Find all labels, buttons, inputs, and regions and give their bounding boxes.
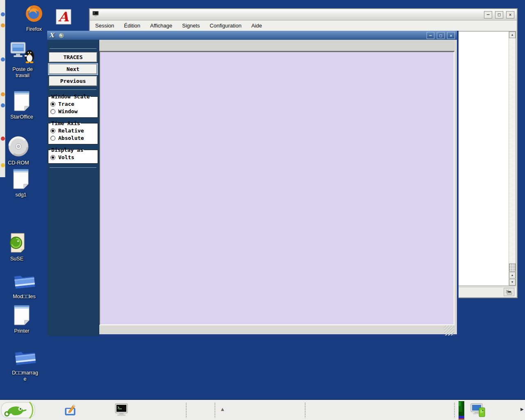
radio-label: Window	[58, 108, 78, 114]
desktop-icon-label: sdg1	[15, 192, 26, 198]
maximize-button[interactable]: □	[437, 32, 445, 39]
desktop-icon-demarrage[interactable]: D□□marrage	[9, 348, 41, 383]
desktop-icon-firefox[interactable]: Firefox	[18, 2, 50, 32]
printer-icon	[11, 304, 32, 327]
radio-label: Trace	[58, 101, 74, 107]
radio-volts[interactable]: Volts	[50, 154, 96, 160]
terminal-scrollbar[interactable]: ▲ ▲ ▼	[509, 32, 516, 285]
desktop-icon-printer[interactable]: Printer	[6, 304, 38, 334]
pql-bottom-strip	[99, 325, 454, 336]
scroll-up-icon[interactable]: ▲	[509, 272, 516, 278]
suse-icon	[6, 232, 27, 255]
sdg1-icon	[11, 168, 31, 191]
desktop-icon-label: Poste de travail	[7, 66, 38, 79]
panel-icon[interactable]	[1, 103, 5, 107]
desktop-icon-modeles[interactable]: Mod□□les	[8, 272, 40, 300]
staroffice-icon	[11, 90, 32, 113]
terminal-launcher-icon[interactable]	[114, 403, 129, 419]
group-display-as: Display asVolts	[48, 147, 98, 164]
desktop-icon-cd-rom[interactable]: CD-ROM	[2, 135, 34, 166]
traces-button[interactable]: TRACES	[49, 52, 97, 62]
group-title: Display as	[50, 147, 84, 153]
radio-window[interactable]: Window	[50, 108, 96, 114]
desktop-pager	[308, 402, 330, 420]
scroll-down-icon[interactable]: ▼	[509, 279, 516, 285]
panel-icon[interactable]	[1, 57, 5, 62]
group-title: Time Axis	[50, 120, 81, 126]
radio-button-icon[interactable]	[50, 109, 55, 114]
suse-menu-button[interactable]	[1, 401, 39, 420]
next-button[interactable]: Next	[49, 64, 97, 74]
applet-handle[interactable]	[214, 402, 216, 418]
radio-button-icon[interactable]	[50, 136, 55, 141]
desktop-icon-label: Printer	[14, 328, 30, 334]
suse-watcher-icon[interactable]	[470, 402, 486, 420]
acrobat-reader-icon: A	[55, 8, 72, 27]
applet-handle[interactable]	[454, 402, 456, 418]
pql-sidebar: TRACESNextPreviousWindow ScaleTraceWindo…	[47, 40, 99, 336]
desktop-icon-label: D□□marrage	[11, 370, 39, 383]
panel-icon[interactable]	[1, 92, 5, 96]
applet-handle[interactable]	[185, 402, 187, 418]
konsole-menubar: SessionÉditionAffichageSignetsConfigurat…	[90, 21, 517, 31]
scroll-up-icon[interactable]: ▲	[509, 32, 516, 38]
desktop-icon-acrobat-reader[interactable]: A	[48, 8, 80, 27]
trace-plot[interactable]	[99, 51, 454, 325]
radio-trace[interactable]: Trace	[50, 101, 96, 107]
menu-item-configuration[interactable]: Configuration	[210, 23, 241, 29]
menu-item-session[interactable]: Session	[95, 23, 114, 29]
scroll-grip[interactable]	[509, 263, 516, 272]
group-window-scale: Window ScaleTraceWindow	[48, 94, 98, 118]
separator	[50, 89, 96, 90]
radio-button-icon[interactable]	[50, 102, 55, 107]
desktop-icon-label: Mod□□les	[13, 294, 35, 300]
resize-grip-icon[interactable]	[444, 326, 454, 336]
pql-tabbar	[99, 40, 454, 51]
panel-arrow-icon[interactable]: ▶	[520, 407, 524, 411]
group-time-axis: Time AxisRelativeAbsolute	[48, 120, 98, 144]
radio-label: Volts	[58, 154, 74, 160]
taskbar: ▲ ▶	[0, 400, 525, 420]
separator	[50, 167, 96, 168]
radio-absolute[interactable]: Absolute	[50, 135, 96, 141]
desktop-icon-label: CD-ROM	[8, 160, 29, 166]
firefox-icon	[23, 2, 45, 25]
menu-item-affichage[interactable]: Affichage	[150, 23, 172, 29]
notes-icon[interactable]	[64, 403, 78, 419]
x11-icon: X	[49, 32, 54, 39]
close-button[interactable]: ✕	[447, 32, 455, 39]
previous-button[interactable]: Previous	[49, 76, 97, 86]
menu-item-dition[interactable]: Édition	[124, 23, 140, 29]
maximize-button[interactable]: □	[495, 11, 503, 18]
desktop-icon-label: StarOffice	[10, 114, 33, 120]
desktop-icon-sdg1[interactable]: sdg1	[5, 168, 37, 198]
gecko-icon	[59, 33, 64, 38]
radio-button-icon[interactable]	[50, 128, 55, 133]
close-button[interactable]: ✕	[506, 11, 514, 18]
group-title: Window Scale	[50, 94, 91, 100]
pql-title	[57, 32, 424, 39]
panel-icon[interactable]	[1, 12, 5, 16]
desktop-icon-staroffice[interactable]: StarOffice	[6, 90, 38, 120]
applet-handle[interactable]	[304, 402, 306, 418]
minimize-button[interactable]: –	[427, 32, 434, 39]
bell-icon[interactable]	[504, 288, 514, 296]
poste-de-travail-icon	[9, 41, 36, 66]
desktop-icon-suse[interactable]: SuSE	[1, 232, 33, 262]
menu-item-signets[interactable]: Signets	[182, 23, 200, 29]
cd-rom-icon	[7, 135, 30, 159]
radio-label: Relative	[58, 128, 84, 134]
panel-icon[interactable]	[1, 23, 5, 27]
radio-relative[interactable]: Relative	[50, 128, 96, 134]
demarrage-icon	[13, 348, 37, 369]
menu-item-aide[interactable]: Aide	[251, 23, 262, 29]
expand-arrow-icon[interactable]: ▲	[220, 406, 225, 412]
minimize-button[interactable]: –	[484, 11, 492, 18]
konsole-titlebar[interactable]: – □ ✕	[90, 9, 517, 21]
desktop-icon-poste-de-travail[interactable]: Poste de travail	[7, 41, 39, 79]
pql-window: X – □ ✕ TRACESNextPreviousWindow ScaleTr…	[47, 31, 459, 336]
pql-titlebar[interactable]: X – □ ✕	[47, 31, 457, 40]
load-monitor-icon[interactable]	[457, 401, 466, 420]
modeles-icon	[12, 272, 36, 293]
radio-button-icon[interactable]	[50, 155, 55, 160]
